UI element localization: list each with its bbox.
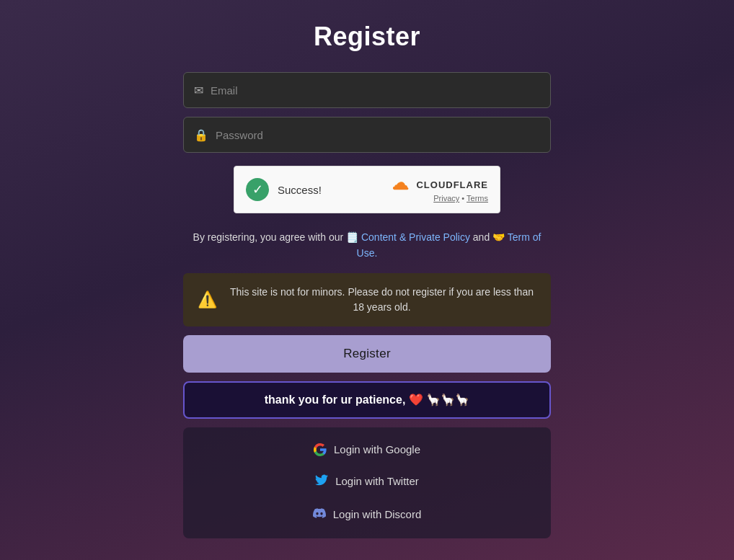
content-emoji: 🗒️ — [346, 231, 361, 243]
cf-privacy-link[interactable]: Privacy — [433, 194, 459, 203]
twitter-login-label: Login with Twitter — [335, 475, 419, 487]
google-login-button[interactable]: Login with Google — [183, 435, 551, 465]
cloudflare-cloud-icon — [387, 177, 413, 192]
patience-text: thank you for ur patience, ❤️ 🦙🦙🦙 — [265, 393, 469, 406]
form-container: ✉ 🔒 ✓ Success! CLOUDFLARE — [183, 72, 551, 538]
lock-icon: 🔒 — [194, 128, 208, 142]
register-button[interactable]: Register — [183, 335, 551, 373]
email-field[interactable] — [211, 84, 540, 97]
cf-right: CLOUDFLARE Privacy • Terms — [387, 177, 488, 203]
agreement-text: By registering, you agree with our 🗒️ Co… — [183, 229, 551, 262]
google-icon — [314, 443, 327, 456]
cf-check-icon: ✓ — [246, 178, 269, 201]
content-policy-link[interactable]: Content & Private Policy — [361, 231, 470, 243]
discord-login-button[interactable]: Login with Discord — [183, 498, 551, 531]
cf-separator: • — [461, 194, 464, 203]
google-login-label: Login with Google — [334, 443, 420, 455]
cf-links: Privacy • Terms — [433, 194, 488, 203]
cf-success-text: Success! — [278, 184, 322, 196]
twitter-icon — [315, 474, 328, 489]
discord-login-label: Login with Discord — [333, 508, 422, 520]
email-input-wrapper: ✉ — [183, 72, 551, 108]
cf-terms-link[interactable]: Terms — [467, 194, 488, 203]
page-title: Register — [314, 22, 420, 52]
cf-brand-text: CLOUDFLARE — [416, 179, 488, 190]
social-login-box: Login with Google Login with Twitter Log… — [183, 427, 551, 538]
warning-icon: ⚠️ — [198, 290, 217, 309]
warning-box: ⚠️ This site is not for minors. Please d… — [183, 273, 551, 326]
cf-logo: CLOUDFLARE — [387, 177, 488, 192]
cloudflare-widget: ✓ Success! CLOUDFLARE Privacy • Terms — [234, 166, 500, 213]
discord-icon — [313, 507, 326, 523]
twitter-login-button[interactable]: Login with Twitter — [183, 465, 551, 498]
password-input-wrapper: 🔒 — [183, 117, 551, 153]
email-icon: ✉ — [194, 84, 203, 97]
page-wrapper: Register ✉ 🔒 ✓ Success! — [0, 0, 734, 538]
patience-box: thank you for ur patience, ❤️ 🦙🦙🦙 — [183, 381, 551, 419]
warning-text: This site is not for minors. Please do n… — [227, 285, 536, 315]
cf-left: ✓ Success! — [246, 178, 322, 201]
terms-emoji: 🤝 — [492, 231, 508, 243]
password-field[interactable] — [216, 129, 540, 141]
